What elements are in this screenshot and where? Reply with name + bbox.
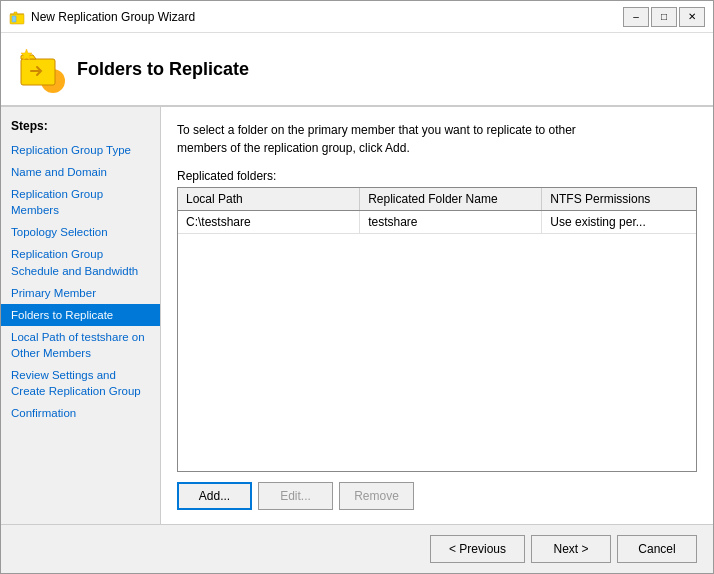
sidebar-item-folders-to-replicate[interactable]: Folders to Replicate (1, 304, 160, 326)
window-controls: – □ ✕ (623, 7, 705, 27)
sidebar-item-replication-group-members[interactable]: Replication Group Members (1, 183, 160, 221)
sidebar-item-confirmation[interactable]: Confirmation (1, 402, 160, 424)
svg-rect-2 (12, 16, 16, 22)
sidebar-item-primary-member[interactable]: Primary Member (1, 282, 160, 304)
description: To select a folder on the primary member… (177, 121, 697, 157)
next-button[interactable]: Next > (531, 535, 611, 563)
remove-button[interactable]: Remove (339, 482, 414, 510)
col-header-ntfs-permissions: NTFS Permissions (542, 188, 696, 210)
cell-replicated-folder-name: testshare (360, 211, 542, 233)
title-bar-text: New Replication Group Wizard (31, 10, 623, 24)
previous-button[interactable]: < Previous (430, 535, 525, 563)
add-button[interactable]: Add... (177, 482, 252, 510)
steps-header: Steps: (1, 115, 160, 139)
sidebar-item-replication-group-type[interactable]: Replication Group Type (1, 139, 160, 161)
replicated-folders-label: Replicated folders: (177, 169, 697, 183)
maximize-button[interactable]: □ (651, 7, 677, 27)
sidebar-item-name-and-domain[interactable]: Name and Domain (1, 161, 160, 183)
wizard-icon (17, 45, 65, 93)
sidebar-item-schedule-bandwidth[interactable]: Replication Group Schedule and Bandwidth (1, 243, 160, 281)
sidebar-item-topology-selection[interactable]: Topology Selection (1, 221, 160, 243)
table-header: Local Path Replicated Folder Name NTFS P… (178, 188, 696, 211)
wizard-footer: < Previous Next > Cancel (1, 524, 713, 573)
action-buttons: Add... Edit... Remove (177, 482, 697, 510)
close-button[interactable]: ✕ (679, 7, 705, 27)
replicated-folders-table: Local Path Replicated Folder Name NTFS P… (177, 187, 697, 472)
title-bar: New Replication Group Wizard – □ ✕ (1, 1, 713, 33)
wizard-title: Folders to Replicate (77, 59, 249, 80)
cell-local-path: C:\testshare (178, 211, 360, 233)
sidebar-item-local-path-other-members[interactable]: Local Path of testshare on Other Members (1, 326, 160, 364)
description-line2: members of the replication group, click … (177, 141, 410, 155)
table-body: C:\testshare testshare Use existing per.… (178, 211, 696, 471)
description-line1: To select a folder on the primary member… (177, 123, 576, 137)
app-icon (9, 9, 25, 25)
table-row[interactable]: C:\testshare testshare Use existing per.… (178, 211, 696, 234)
main-content: To select a folder on the primary member… (161, 107, 713, 524)
sidebar-item-review-settings[interactable]: Review Settings and Create Replication G… (1, 364, 160, 402)
sidebar: Steps: Replication Group Type Name and D… (1, 107, 161, 524)
minimize-button[interactable]: – (623, 7, 649, 27)
col-header-replicated-folder-name: Replicated Folder Name (360, 188, 542, 210)
content-area: Steps: Replication Group Type Name and D… (1, 107, 713, 524)
wizard-window: New Replication Group Wizard – □ ✕ Folde… (0, 0, 714, 574)
cell-ntfs-permissions: Use existing per... (542, 211, 696, 233)
wizard-header: Folders to Replicate (1, 33, 713, 107)
svg-marker-1 (10, 12, 24, 14)
col-header-local-path: Local Path (178, 188, 360, 210)
cancel-button[interactable]: Cancel (617, 535, 697, 563)
edit-button[interactable]: Edit... (258, 482, 333, 510)
